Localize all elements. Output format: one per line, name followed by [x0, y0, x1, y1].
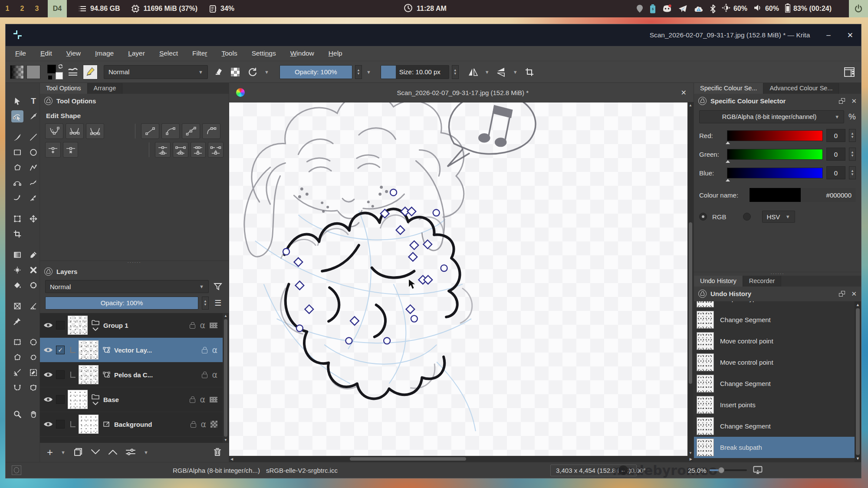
tool-multibrush[interactable] [27, 192, 39, 204]
move-layer-up-button[interactable] [108, 449, 118, 456]
hsx-radio[interactable] [743, 213, 751, 221]
tab-tool-options[interactable]: Tool Options [40, 83, 88, 94]
layer-thumbnail[interactable] [79, 365, 99, 384]
properties-dropdown-arrow[interactable]: ▼ [144, 450, 148, 455]
telegram-icon[interactable] [678, 4, 687, 13]
menu-view[interactable]: View [66, 49, 81, 57]
blue-slider[interactable] [727, 168, 823, 178]
red-slider[interactable] [727, 130, 823, 141]
fullscreen-icon[interactable] [753, 466, 763, 476]
menu-settings[interactable]: Settings [252, 49, 276, 57]
tool-assistants[interactable] [11, 300, 23, 312]
layer-alpha-icon[interactable]: α [200, 320, 205, 330]
battery-app-icon[interactable] [650, 4, 656, 13]
undo-item[interactable]: Move control point [694, 352, 861, 373]
layer-thumbnail[interactable] [68, 316, 88, 335]
line-point-button[interactable] [182, 123, 200, 139]
duplicate-layer-button[interactable] [73, 447, 83, 458]
bluetooth-icon[interactable] [710, 4, 716, 13]
tool-fill[interactable] [11, 279, 23, 291]
tool-polygon[interactable] [11, 162, 23, 174]
canvas-horizontal-scrollbar[interactable]: ◀▶ [229, 456, 694, 462]
undo-item[interactable]: Change Segment [694, 309, 861, 330]
close-docker-icon[interactable]: ✕ [851, 290, 857, 298]
tool-pan[interactable] [27, 408, 39, 420]
layer-blend-mode-dropdown[interactable]: Normal▼ [45, 280, 209, 293]
tool-color-sampler[interactable] [27, 249, 39, 261]
undo-item-selected[interactable]: Break subpath [694, 437, 861, 458]
percent-toggle[interactable]: % [848, 112, 856, 122]
layer-thumbnail[interactable] [79, 415, 99, 434]
reload-dropdown-arrow[interactable]: ▼ [264, 69, 269, 75]
workspace-3[interactable]: 3 [30, 5, 44, 13]
symmetric-point-button[interactable] [86, 123, 104, 139]
layer-thumbnail[interactable] [68, 390, 88, 409]
layer-select-checkbox[interactable] [56, 370, 65, 379]
menu-window[interactable]: Window [290, 49, 314, 57]
undo-item[interactable]: Move control point [694, 330, 861, 352]
volume-icon[interactable] [753, 4, 762, 13]
undo-lock-icon[interactable] [698, 290, 707, 298]
corner-point-button[interactable] [45, 123, 63, 139]
opacity-dropdown-arrow[interactable]: ▼ [366, 69, 371, 75]
power-button[interactable] [849, 0, 868, 17]
discord-icon[interactable] [662, 4, 672, 13]
workspace-active[interactable]: D4 [48, 0, 67, 17]
size-spinner[interactable]: ▲▼ [452, 65, 459, 79]
tool-magic-wand-select[interactable] [11, 366, 23, 379]
tool-magnetic-select[interactable] [27, 382, 39, 394]
menu-help[interactable]: Help [329, 49, 342, 57]
menu-file[interactable]: File [15, 49, 26, 57]
brush-editor-button[interactable] [83, 65, 98, 79]
mirror-horizontal-button[interactable] [466, 65, 480, 79]
layer-select-checkbox[interactable]: ✓ [56, 346, 65, 354]
break-segment-button[interactable] [173, 142, 188, 158]
layer-row-pelos[interactable]: Pelos da C... α [40, 363, 229, 387]
curve-point-button[interactable] [202, 123, 220, 139]
menu-layer[interactable]: Layer [128, 49, 145, 57]
workspace-2[interactable]: 2 [15, 5, 30, 13]
title-bar[interactable]: Scan_2026-02-07_09-31-17.jpg (152.8 MiB)… [6, 24, 861, 46]
tool-ellipse-select[interactable] [27, 336, 39, 348]
layer-thumbnail[interactable] [79, 340, 99, 359]
docker-drag-handle[interactable]: ······ [694, 272, 861, 276]
green-slider[interactable] [727, 149, 823, 160]
reload-preset-button[interactable] [245, 65, 260, 79]
float-docker-icon[interactable] [839, 98, 845, 104]
tool-similar-select[interactable] [27, 366, 39, 379]
add-layer-dropdown-arrow[interactable]: ▼ [61, 450, 66, 455]
color-model-dropdown[interactable]: RGB/Alpha (8-bit integer/channel)▼ [699, 110, 844, 123]
tool-transform[interactable] [11, 213, 23, 225]
eraser-toggle[interactable] [210, 65, 225, 79]
menu-image[interactable]: Image [95, 49, 114, 57]
layer-menu-icon[interactable]: ☰ [212, 298, 224, 308]
foreground-background-colors[interactable] [47, 65, 63, 79]
gradient-chooser[interactable] [10, 65, 24, 79]
tool-reference-images[interactable] [11, 315, 23, 327]
size-slider[interactable]: Size: 10.00 px [381, 65, 449, 79]
menu-select[interactable]: Select [159, 49, 178, 57]
hsv-dropdown[interactable]: HSV▼ [762, 211, 795, 223]
location-icon[interactable] [636, 4, 643, 13]
join-points-button[interactable] [191, 142, 206, 158]
tool-freehand-brush[interactable] [11, 131, 23, 143]
layer-lock-icon[interactable] [190, 399, 195, 403]
workspace-chooser-button[interactable] [842, 65, 857, 79]
layer-row-background[interactable]: Background α [40, 412, 229, 437]
tab-recorder[interactable]: Recorder [743, 276, 782, 287]
preserve-alpha-toggle[interactable] [228, 65, 243, 79]
undo-item[interactable]: Change Segment [694, 415, 861, 437]
blue-spinner[interactable]: ▲▼ [849, 166, 856, 179]
tool-enclose-fill[interactable] [27, 279, 39, 291]
green-spinner[interactable]: ▲▼ [849, 148, 856, 161]
break-point-button[interactable] [155, 142, 171, 158]
layer-alpha-icon[interactable]: α [212, 345, 217, 355]
layer-select-checkbox[interactable] [56, 395, 65, 404]
mirror-vertical-button[interactable] [494, 65, 509, 79]
merge-points-button[interactable] [208, 142, 224, 158]
tab-advanced-colour[interactable]: Advanced Colour Se... [763, 83, 839, 94]
tool-select-shapes[interactable] [11, 95, 23, 107]
layer-opacity-spinner[interactable]: ▲▼ [202, 297, 209, 310]
blend-mode-dropdown[interactable]: Normal▼ [104, 65, 208, 79]
layer-passthrough-icon[interactable] [210, 323, 217, 328]
